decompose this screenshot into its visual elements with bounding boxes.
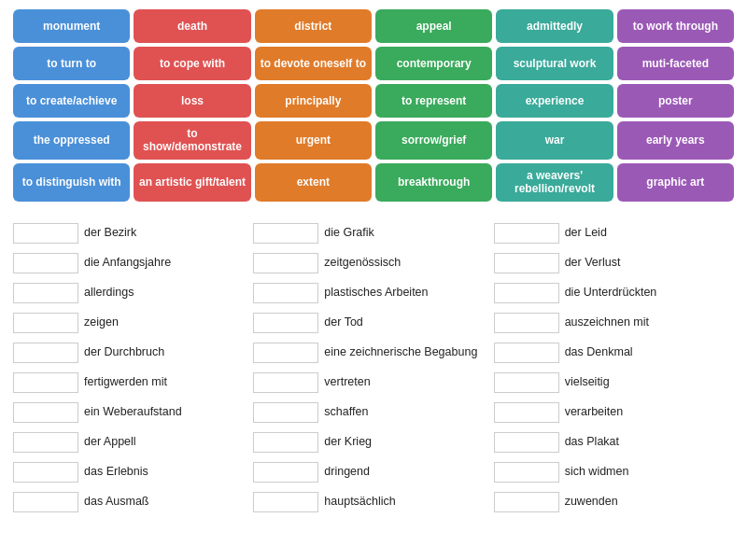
match-input-box[interactable] (253, 462, 318, 483)
match-input-box[interactable] (494, 462, 559, 483)
match-input-box[interactable] (494, 223, 559, 244)
match-input-box[interactable] (13, 283, 78, 303)
match-german-text: sich widmen (559, 464, 629, 479)
match-input-box[interactable] (13, 432, 78, 453)
word-btn-21[interactable]: sorrow/grief (375, 121, 492, 160)
match-row: schaffen (253, 398, 493, 427)
match-german-text: fertigwerden mit (78, 374, 167, 389)
match-input-box[interactable] (253, 343, 318, 363)
match-german-text: der Durchbruch (78, 344, 164, 359)
word-btn-6[interactable]: to turn to (13, 47, 130, 80)
match-german-text: allerdings (78, 285, 134, 300)
match-german-text: der Appell (78, 434, 136, 449)
word-btn-8[interactable]: to devote oneself to (255, 47, 372, 80)
word-btn-5[interactable]: to work through (617, 9, 734, 43)
match-input-box[interactable] (494, 313, 559, 333)
match-row: ein Weberaufstand (13, 398, 253, 427)
match-row: sich widmen (494, 457, 734, 487)
match-input-box[interactable] (253, 223, 318, 244)
match-row: der Krieg (253, 427, 493, 457)
match-input-box[interactable] (494, 283, 559, 303)
match-row: der Appell (13, 427, 253, 457)
word-btn-4[interactable]: admittedly (496, 9, 613, 43)
match-row: zeigen (13, 308, 253, 338)
match-input-box[interactable] (253, 492, 318, 512)
match-input-box[interactable] (253, 283, 318, 303)
match-input-box[interactable] (253, 253, 318, 273)
word-btn-14[interactable]: principally (255, 84, 372, 118)
match-input-box[interactable] (13, 313, 78, 333)
word-btn-27[interactable]: breakthrough (375, 163, 492, 202)
word-btn-0[interactable]: monument (13, 9, 130, 43)
word-btn-16[interactable]: experience (496, 84, 613, 118)
match-input-box[interactable] (494, 253, 559, 273)
word-btn-22[interactable]: war (496, 121, 613, 160)
match-input-box[interactable] (253, 313, 318, 333)
word-btn-24[interactable]: to distinguish with (13, 163, 130, 202)
word-btn-19[interactable]: to show/demonstrate (134, 121, 250, 160)
word-btn-15[interactable]: to represent (375, 84, 492, 118)
match-row: verarbeiten (494, 398, 734, 427)
match-german-text: plastisches Arbeiten (318, 285, 428, 300)
match-input-box[interactable] (13, 343, 78, 363)
match-input-box[interactable] (494, 492, 559, 512)
word-btn-26[interactable]: extent (255, 163, 372, 202)
word-btn-1[interactable]: death (134, 9, 250, 43)
word-btn-2[interactable]: district (255, 9, 372, 43)
match-row: das Denkmal (494, 338, 734, 368)
word-btn-10[interactable]: sculptural work (496, 47, 613, 80)
word-btn-11[interactable]: muti-faceted (617, 47, 734, 80)
match-german-text: die Unterdrückten (559, 285, 657, 300)
match-row: vertreten (253, 368, 493, 398)
word-btn-3[interactable]: appeal (375, 9, 492, 43)
match-row: der Durchbruch (13, 338, 253, 368)
match-row: das Plakat (494, 427, 734, 457)
match-row: dringend (253, 457, 493, 487)
word-btn-20[interactable]: urgent (255, 121, 372, 160)
match-row: auszeichnen mit (494, 308, 734, 338)
match-input-box[interactable] (253, 402, 318, 423)
match-german-text: hauptsächlich (318, 494, 395, 509)
match-input-box[interactable] (253, 372, 318, 393)
match-german-text: vertreten (318, 374, 370, 389)
match-input-box[interactable] (13, 402, 78, 423)
match-german-text: das Erlebnis (78, 464, 148, 479)
match-row: zeitgenössisch (253, 248, 493, 278)
word-btn-17[interactable]: poster (617, 84, 734, 118)
match-input-box[interactable] (494, 432, 559, 453)
match-german-text: zeitgenössisch (318, 255, 401, 270)
match-input-box[interactable] (13, 253, 78, 273)
match-row: hauptsächlich (253, 487, 493, 517)
word-btn-12[interactable]: to create/achieve (13, 84, 130, 118)
match-input-box[interactable] (253, 432, 318, 453)
match-column-0: der Bezirkdie Anfangsjahreallerdingszeig… (13, 218, 253, 517)
word-btn-23[interactable]: early years (617, 121, 734, 160)
word-grid: monumentdeathdistrictappealadmittedlyto … (0, 0, 747, 211)
match-input-box[interactable] (13, 462, 78, 483)
match-german-text: der Krieg (318, 434, 372, 449)
match-section: der Bezirkdie Anfangsjahreallerdingszeig… (0, 211, 747, 525)
match-input-box[interactable] (13, 492, 78, 512)
word-btn-25[interactable]: an artistic gift/talent (134, 163, 250, 202)
match-german-text: der Tod (318, 315, 362, 329)
match-german-text: der Verlust (559, 255, 621, 270)
match-german-text: auszeichnen mit (559, 315, 649, 329)
match-german-text: der Bezirk (78, 225, 136, 240)
match-row: der Leid (494, 218, 734, 248)
match-input-box[interactable] (13, 223, 78, 244)
word-btn-28[interactable]: a weavers' rebellion/revolt (496, 163, 613, 202)
word-btn-9[interactable]: contemporary (375, 47, 492, 80)
match-input-box[interactable] (494, 372, 559, 393)
word-btn-18[interactable]: the oppressed (13, 121, 130, 160)
word-btn-7[interactable]: to cope with (134, 47, 250, 80)
match-german-text: die Grafik (318, 225, 374, 240)
word-btn-29[interactable]: graphic art (617, 163, 734, 202)
match-german-text: das Denkmal (559, 344, 633, 359)
match-input-box[interactable] (13, 372, 78, 393)
match-german-text: dringend (318, 464, 370, 479)
match-german-text: der Leid (559, 225, 607, 240)
match-input-box[interactable] (494, 343, 559, 363)
match-row: die Grafik (253, 218, 493, 248)
word-btn-13[interactable]: loss (134, 84, 250, 118)
match-input-box[interactable] (494, 402, 559, 423)
